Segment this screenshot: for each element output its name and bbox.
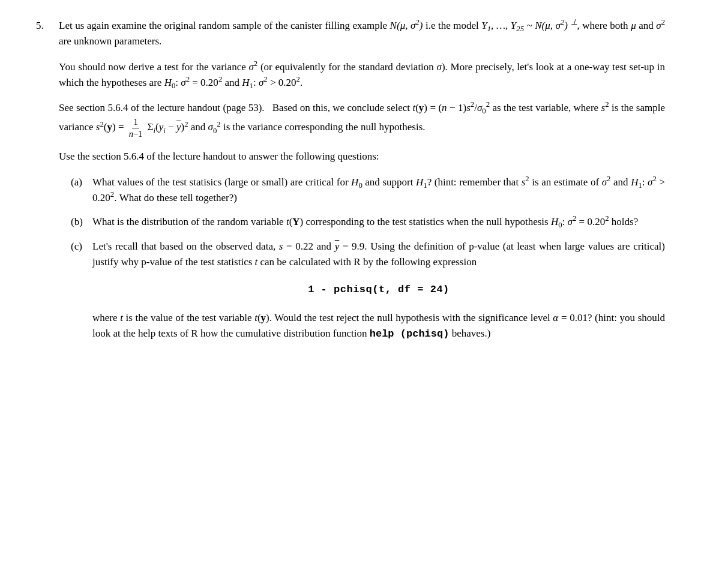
- subitem-a-label: (a): [71, 175, 88, 190]
- subitem-a-content: What values of the test statisics (large…: [92, 175, 665, 206]
- subitem-c-content: Let's recall that based on the observed …: [92, 239, 665, 352]
- code-block: 1 - pchisq(t, df = 24): [92, 282, 665, 298]
- subitem-c-text2: where t is the value of the test variabl…: [92, 310, 665, 343]
- help-pchisq-ref: help (pchisq): [370, 328, 450, 340]
- problem-content: Let us again examine the original random…: [59, 18, 665, 360]
- subitem-b-label: (b): [71, 214, 88, 230]
- fraction-1over-n-1: 1 n−1: [128, 116, 144, 140]
- paragraph-1: Let us again examine the original random…: [59, 18, 665, 50]
- subitem-c-text1: Let's recall that based on the observed …: [92, 239, 665, 271]
- math-normal-distribution: N(μ, σ2): [390, 20, 423, 31]
- paragraph-3: See section 5.6.4 of the lecture handout…: [59, 100, 665, 139]
- subitem-a: (a) What values of the test statisics (l…: [71, 175, 665, 206]
- problem-number: 5.: [36, 18, 59, 34]
- paragraph-2: You should now derive a test for the var…: [59, 59, 665, 91]
- problem-container: 5. Let us again examine the original ran…: [36, 18, 665, 360]
- math-model: Y1, …, Y25 ~ N(μ, σ2) ⊥: [481, 20, 577, 31]
- code-text: 1 - pchisq(t, df = 24): [308, 284, 450, 295]
- subitem-c: (c) Let's recall that based on the obser…: [71, 239, 665, 352]
- problem-header: 5. Let us again examine the original ran…: [36, 18, 665, 360]
- sublist: (a) What values of the test statisics (l…: [71, 175, 665, 352]
- subitem-c-label: (c): [71, 239, 88, 254]
- subitem-b-content: What is the distribution of the random v…: [92, 214, 665, 230]
- subitem-b: (b) What is the distribution of the rand…: [71, 214, 665, 230]
- paragraph-4: Use the section 5.6.4 of the lecture han…: [59, 149, 665, 164]
